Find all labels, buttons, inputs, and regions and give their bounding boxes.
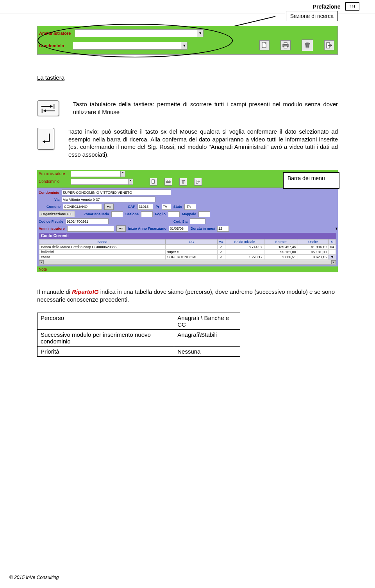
codsia-field[interactable] [190,218,205,224]
exit-icon [196,179,200,184]
ammin-lookup[interactable]: ▾≡ [116,225,126,232]
col-saldo[interactable]: Saldo Iniziale [225,239,264,245]
svg-marker-15 [50,105,53,108]
document-icon [151,179,156,184]
detail-screenshot: Amministratore Condominio ▼ ▼ Barra dei … [37,170,338,272]
cap-field[interactable]: 31015 [138,204,153,210]
admin-label2: Amministratore [39,172,65,176]
col-s[interactable]: S [328,239,336,245]
cap-label: CAP [128,205,135,209]
exit-button[interactable] [324,40,334,50]
table-row[interactable]: bollettini super c. ✓ 95.181,00 95.181,0… [39,250,336,255]
enter-key-description: Tasto invio: può sostituire il tasto sx … [68,128,338,158]
condominio-label: Condominio [39,43,64,48]
stato-label: Stato [173,205,182,209]
scroll-left-button[interactable]: ◄ [39,260,44,264]
cf-field[interactable]: 91024700261 [66,218,109,224]
info-value: Anagrafi\Stabili [174,330,240,347]
banks-table: Banca CC ▾≡ Saldo Iniziale Entrate Uscit… [39,239,336,265]
document-icon [261,42,268,49]
chevron-down-icon[interactable]: ▼ [335,227,338,231]
comune-label: Comune [46,205,61,209]
svg-rect-23 [152,180,155,183]
via-field[interactable]: Via Vittorio Veneto 9-37 [62,197,155,202]
col-uscite[interactable]: Uscite [298,239,328,245]
foglio-field[interactable] [168,211,180,217]
chevron-down-icon[interactable]: ▼ [181,42,187,49]
ammin-label: Amministratore [39,227,65,231]
condominio-label2: Condominio [39,179,59,184]
section-title: La tastiera [37,74,338,81]
col-sort[interactable]: ▾≡ [218,239,225,245]
scroll-down[interactable]: ▼ [328,255,336,260]
new-button[interactable] [259,40,270,50]
condominio-input2[interactable]: ▼ [71,179,133,185]
org-ui-button[interactable]: Organizzazione U.I. [39,211,75,217]
durata-label: Durata in mesi [191,227,215,231]
comune-lookup[interactable]: ▾≡ [104,204,114,210]
info-table: Percorso Anagrafi \ Banche e CC Successi… [37,313,240,357]
product-name: RipartoIG [72,288,98,295]
print-button[interactable] [280,40,291,50]
pr-field[interactable]: TV [162,204,171,210]
info-key: Percorso [38,313,174,330]
new-button2[interactable] [150,178,157,186]
conto-correnti-header: Conto Correnti [39,233,336,239]
condominio-name-field[interactable]: SUPER-CONDOMINIO VITTORIO VENETO [62,189,171,195]
condominio-input[interactable]: ▼ [73,42,188,50]
info-key: Successivo modulo per inserimento nuovo … [38,330,174,347]
scroll-right-button[interactable]: ► [331,260,336,264]
printer-icon [166,179,171,184]
admin-input2[interactable]: ▼ [71,171,125,177]
ammin-field[interactable]: ▼ [67,226,114,232]
manual-paragraph: Il manuale di RipartoIG indica in una ta… [37,288,338,303]
copyright: © 2015 InVe Consulting [9,575,59,580]
mappale-field[interactable] [198,211,210,217]
table-row[interactable]: cassa SUPERCONDOMI ✓ 1.278,17 2.686,51 3… [39,255,336,260]
exit-icon [326,42,333,49]
zona-field[interactable] [111,211,123,217]
page-number: 19 [345,2,359,11]
horizontal-scrollbar[interactable]: ◄ ► [39,260,336,265]
delete-button[interactable] [302,39,313,51]
foglio-label: Foglio [155,212,166,216]
chevron-down-icon[interactable]: ▼ [120,171,125,177]
zona-label: ZonaCensuaria [84,212,109,216]
info-value: Anagrafi \ Banche e CC [174,313,240,330]
col-cc[interactable]: CC [165,239,217,245]
col-entrate[interactable]: Entrate [264,239,298,245]
search-screenshot: Sezione di ricerca Amministratore ▼ Cond… [37,26,338,55]
durata-field[interactable]: 12 [217,226,229,232]
chevron-down-icon[interactable]: ▼ [197,30,203,37]
trash-icon [304,42,311,49]
stato-field[interactable]: ITA [184,204,196,210]
header-title: Prefazione [313,4,341,10]
admin-input[interactable]: ▼ [75,29,204,37]
svg-rect-6 [284,46,287,48]
print-button2[interactable] [164,178,172,186]
menubar-callout: Barra dei menu [283,172,339,189]
inizio-field[interactable]: 01/05/06 [169,226,188,232]
svg-rect-8 [307,43,309,43]
svg-rect-26 [182,181,185,181]
trash-icon [181,179,186,184]
chevron-down-icon[interactable]: ▼ [128,179,133,184]
codsia-label: Cod. Sia [173,220,188,223]
tab-key-description: Tasto tabulatore della tastiera: permett… [73,100,338,116]
info-value: Nessuna [174,347,240,357]
svg-marker-22 [43,140,45,143]
search-callout: Sezione di ricerca [286,11,338,21]
comune-field[interactable]: CONEGLIANO [63,204,102,210]
info-key: Priorità [38,347,174,357]
table-row[interactable]: Banca della Marca Credito coop CC0000620… [39,245,336,250]
page-footer: © 2015 InVe Consulting [9,573,365,580]
sezione-field[interactable] [141,211,153,217]
printer-icon [282,42,289,49]
svg-marker-18 [44,109,46,113]
exit-button2[interactable] [194,178,202,186]
col-banca[interactable]: Banca [39,239,166,245]
delete-button2[interactable] [179,178,187,186]
admin-label: Amministratore [39,31,71,36]
enter-key-icon [37,128,54,150]
svg-rect-24 [166,181,170,182]
